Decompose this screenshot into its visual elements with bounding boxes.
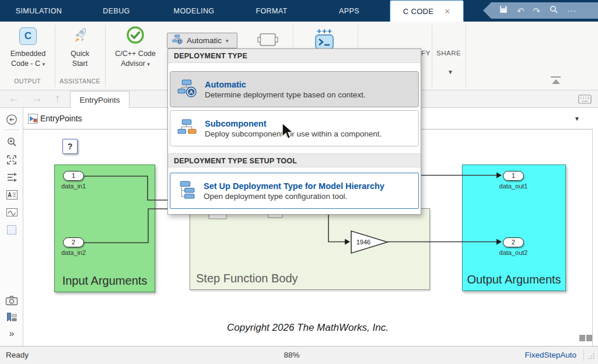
close-tab-icon[interactable]: ✕	[444, 7, 450, 16]
quick-start-label-line1: Quick	[56, 49, 104, 59]
viewmarks-button[interactable]	[0, 312, 23, 323]
tab-debug[interactable]: DEBUG	[78, 0, 155, 22]
breadcrumb-dropdown-icon[interactable]: ▼	[574, 116, 580, 122]
up-to-parent-icon[interactable]: ↑	[55, 92, 61, 105]
quick-start-label-line2: Start	[56, 59, 104, 69]
quick-access-toolbar: ↶ ↷ ⋯	[483, 2, 598, 19]
chevron-down-icon: ▾	[42, 61, 45, 67]
outport-2[interactable]: 2	[503, 237, 524, 247]
simulink-window: SIMULATION DEBUG MODELING FORMAT APPS C …	[0, 0, 598, 364]
model-icon	[28, 114, 38, 126]
tab-c-code-label: C CODE	[403, 7, 433, 16]
tab-c-code-active[interactable]: C CODE ✕	[390, 0, 464, 22]
area-box-icon	[6, 224, 18, 236]
undo-icon[interactable]: ↶	[517, 6, 524, 15]
screenshot-button[interactable]	[0, 295, 23, 306]
popup-item-setup-hierarchy[interactable]: Set Up Deployment Type for Model Hierarc…	[170, 173, 419, 209]
advisor-label-line2: Advisor	[121, 60, 145, 68]
deployment-auto-icon: A	[172, 34, 183, 47]
quick-start-button[interactable]: Quick Start	[56, 26, 104, 69]
expand-palette-button[interactable]: »	[0, 328, 23, 339]
step-function-body-area[interactable]: Step Function Body	[190, 208, 430, 290]
signal-lines-icon	[6, 172, 18, 183]
automatic-item-title: Automatic	[205, 80, 365, 89]
more-options-icon[interactable]: ⋯	[567, 6, 576, 15]
outport-2-label: data_out2	[490, 249, 537, 256]
mouse-cursor	[281, 123, 295, 142]
check-circle-icon	[126, 26, 145, 47]
solver-name[interactable]: FixedStepAuto	[524, 351, 576, 359]
embedded-code-label-line1: Embedded	[2, 49, 54, 59]
document-tab-entrypoints[interactable]: EntryPoints	[70, 91, 130, 108]
output-arguments-title: Output Arguments	[463, 273, 565, 286]
image-annotation-button[interactable]	[0, 206, 23, 218]
annotation-icon	[6, 189, 18, 201]
inport-2-label: data_in2	[50, 249, 97, 256]
redo-icon[interactable]: ↷	[533, 6, 541, 15]
svg-text:A: A	[179, 40, 181, 43]
zoom-magnifier-icon	[6, 136, 18, 148]
fit-to-view-button[interactable]	[0, 154, 23, 166]
annotation-button[interactable]	[0, 189, 23, 201]
image-icon	[6, 206, 18, 218]
palette-divider	[5, 130, 19, 130]
hide-model-browser-button[interactable]	[0, 114, 23, 125]
deployment-type-value: Automatic	[187, 36, 222, 45]
share-caret-icon[interactable]: ▼	[447, 69, 453, 75]
save-icon[interactable]	[499, 5, 508, 16]
outport-1[interactable]: 1	[503, 171, 524, 181]
inport-2[interactable]: 2	[63, 237, 84, 247]
embedded-coder-icon: C	[19, 27, 37, 45]
embedded-code-label-line2: Code - C	[11, 60, 40, 68]
input-arguments-title: Input Arguments	[55, 274, 155, 288]
svg-text:A: A	[190, 89, 194, 94]
popup-item-automatic[interactable]: A Automatic Determine deployment type ba…	[170, 71, 419, 107]
inport-1[interactable]: 1	[63, 171, 84, 181]
search-icon[interactable]	[549, 5, 558, 16]
group-separator	[105, 25, 106, 87]
tab-format[interactable]: FORMAT	[233, 0, 310, 22]
group-label-assistance: ASSISTANCE	[55, 78, 105, 85]
left-tool-palette: »	[0, 108, 23, 346]
status-text: Ready	[6, 351, 29, 359]
tab-apps[interactable]: APPS	[310, 0, 388, 22]
tab-modeling[interactable]: MODELING	[155, 0, 233, 22]
tab-simulation[interactable]: SIMULATION	[0, 0, 78, 22]
resize-grip-icon[interactable]	[587, 352, 595, 362]
back-icon[interactable]: ←	[8, 92, 19, 105]
deployment-type-dropdown[interactable]: A Automatic ▾	[167, 33, 237, 48]
advisor-label-line1: C/C++ Code	[106, 49, 165, 59]
status-bar: Ready 88% FixedStepAuto	[0, 346, 598, 364]
rocket-icon	[71, 26, 89, 47]
pane-splitter-handle[interactable]	[579, 335, 585, 341]
setup-item-title: Set Up Deployment Type for Model Hierarc…	[204, 181, 384, 191]
group-label-share[interactable]: SHARE	[436, 50, 461, 57]
forward-icon[interactable]: →	[32, 92, 43, 105]
group-label-output: OUTPUT	[0, 78, 55, 85]
deployment-auto-icon: A	[177, 79, 197, 100]
fit-view-icon	[6, 154, 18, 166]
automatic-item-desc: Determine deployment type based on conte…	[205, 90, 365, 99]
pane-splitter-handle[interactable]	[586, 335, 593, 341]
circle-arrow-left-icon	[6, 114, 18, 125]
zoom-region-button[interactable]	[0, 136, 23, 148]
deployment-subcomponent-icon	[177, 118, 197, 139]
embedded-code-button[interactable]: C Embedded Code - C ▾	[2, 26, 54, 69]
copyright-annotation: Copyright 2026 The MathWorks, Inc.	[23, 322, 592, 334]
group-separator	[432, 25, 432, 87]
component-icon	[256, 30, 279, 50]
minimize-ribbon-button[interactable]	[551, 76, 561, 84]
toolstrip-tab-bar: SIMULATION DEBUG MODELING FORMAT APPS C …	[0, 0, 598, 22]
step-function-body-title: Step Function Body	[196, 272, 429, 285]
inport-1-label: data_in1	[50, 183, 97, 190]
code-advisor-button[interactable]: C/C++ Code Advisor ▾	[106, 26, 165, 69]
auto-arrange-button[interactable]	[0, 172, 23, 183]
group-separator	[466, 25, 466, 87]
area-annotation-button[interactable]	[0, 224, 23, 236]
breadcrumb-model-name[interactable]: EntryPoints	[40, 114, 82, 123]
group-label-verify-partial[interactable]: FY	[421, 50, 431, 57]
keyboard-shortcuts-icon[interactable]	[578, 94, 592, 106]
unknown-block[interactable]: ?	[62, 139, 78, 154]
status-separator	[583, 349, 584, 361]
viewmark-icon	[6, 312, 18, 323]
